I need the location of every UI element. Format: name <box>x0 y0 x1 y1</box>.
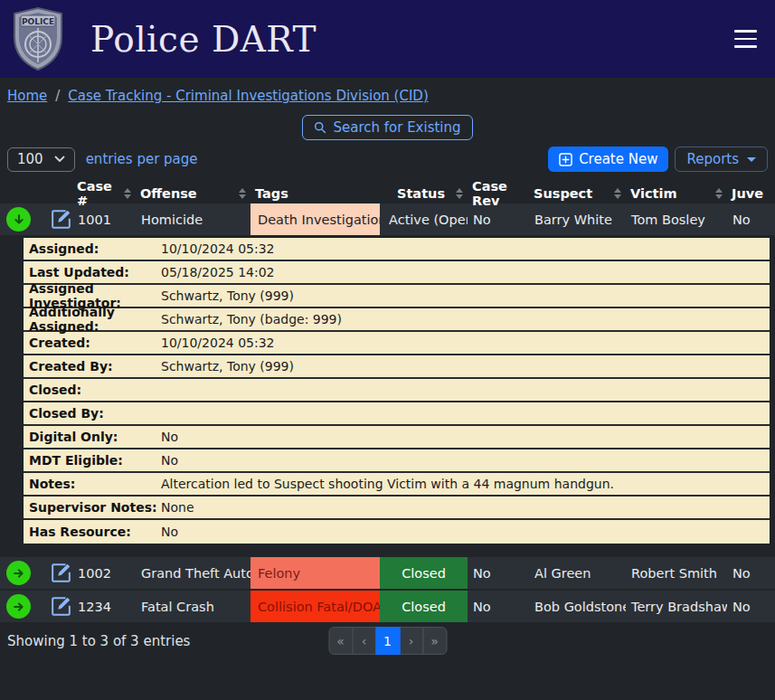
table-row: 1001 Homicide Death Investigation Active… <box>0 203 775 237</box>
menu-hamburger-icon[interactable] <box>732 24 759 53</box>
expand-row-button[interactable] <box>6 561 31 585</box>
collapse-row-button[interactable] <box>6 207 31 232</box>
page-size-value: 100 <box>17 151 43 167</box>
sort-icon <box>614 188 621 199</box>
expand-row-button[interactable] <box>6 594 31 619</box>
detail-label: Supervisor Notes: <box>24 500 161 515</box>
police-dart-app: POLICE Police DART Home / Case Tracking … <box>0 0 775 700</box>
case-detail-panel: Assigned: 10/10/2024 05:32 Last Updated:… <box>23 237 770 544</box>
suspect-cell: Al Green <box>529 557 626 589</box>
column-header-offense[interactable]: Offense <box>136 186 250 201</box>
pagination-prev-button[interactable]: ‹ <box>352 627 376 655</box>
detail-row: Created By: Schwartz, Tony (999) <box>24 355 770 379</box>
edit-case-button[interactable] <box>45 596 71 617</box>
detail-label: Last Updated: <box>24 265 161 279</box>
police-badge-logo: POLICE <box>9 6 67 71</box>
sort-icon <box>715 188 723 199</box>
detail-label: Notes: <box>24 477 161 491</box>
detail-label: Additionally Assigned: <box>24 305 161 334</box>
detail-label: Has Resource: <box>24 525 161 539</box>
arrow-down-icon <box>12 213 26 227</box>
edit-pencil-icon <box>51 596 71 617</box>
table-row: 1234 Fatal Crash Collision Fatal/DOA Clo… <box>0 591 775 624</box>
offense-cell: Fatal Crash <box>136 591 250 622</box>
expand-cell <box>0 203 40 235</box>
tag-cell: Felony <box>250 557 380 589</box>
detail-label: MDT Eligible: <box>24 453 161 468</box>
edit-cell <box>40 591 72 622</box>
reports-dropdown-button[interactable]: Reports <box>675 147 768 172</box>
detail-row: Assigned: 10/10/2024 05:32 <box>24 238 770 261</box>
expand-cell <box>0 591 40 622</box>
detail-row: Has Resource: No <box>24 520 770 544</box>
detail-value: Schwartz, Tony (999) <box>161 289 294 303</box>
case-number-cell: 1002 <box>72 557 136 589</box>
detail-value: Altercation led to Suspect shooting Vict… <box>161 477 614 491</box>
detail-row: Digital Only: No <box>24 426 770 449</box>
pagination-page-1-button[interactable]: 1 <box>375 627 400 655</box>
breadcrumb-home-link[interactable]: Home <box>7 88 47 104</box>
column-header-tags: Tags <box>250 186 380 201</box>
column-header-victim[interactable]: Victim <box>626 186 727 201</box>
breadcrumb: Home / Case Tracking - Criminal Investig… <box>0 78 775 112</box>
case-rev-cell: No <box>468 591 529 622</box>
search-existing-label: Search for Existing <box>333 119 460 136</box>
victim-cell: Tom Bosley <box>626 203 727 235</box>
case-rev-cell: No <box>468 203 529 235</box>
logo-text: POLICE <box>22 17 54 26</box>
detail-value: No <box>161 453 178 468</box>
reports-label: Reports <box>686 151 739 167</box>
suspect-cell: Barry White <box>529 203 626 235</box>
tag-cell: Collision Fatal/DOA <box>250 591 380 622</box>
detail-label: Assigned: <box>24 241 161 256</box>
detail-label: Digital Only: <box>24 430 161 444</box>
page-size-select[interactable]: 100 <box>7 147 75 172</box>
search-existing-button[interactable]: Search for Existing <box>302 115 472 140</box>
edit-pencil-icon <box>51 209 71 230</box>
page-title: Police DART <box>90 19 317 60</box>
detail-label: Created: <box>24 336 161 350</box>
arrow-right-icon <box>12 566 26 581</box>
table-row: 1002 Grand Theft Auto Felony Closed No A… <box>0 557 775 591</box>
pagination-last-button[interactable]: » <box>422 627 447 655</box>
column-header-juve: Juve <box>727 186 775 201</box>
edit-case-button[interactable] <box>45 209 71 230</box>
column-header-label: Victim <box>630 186 677 201</box>
column-header-label: Juve <box>732 186 763 201</box>
masthead: POLICE Police DART <box>0 0 775 78</box>
breadcrumb-current-link[interactable]: Case Tracking - Criminal Investigations … <box>68 88 428 104</box>
detail-row: Notes: Altercation led to Suspect shooti… <box>24 473 770 497</box>
edit-cell <box>40 557 72 589</box>
search-icon <box>314 121 326 134</box>
case-rev-cell: No <box>468 557 529 589</box>
case-number-cell: 1001 <box>72 203 136 235</box>
create-new-button[interactable]: Create New <box>548 147 668 172</box>
detail-value: 05/18/2025 14:02 <box>161 265 275 279</box>
detail-value: 10/10/2024 05:32 <box>161 336 275 350</box>
edit-cell <box>40 203 72 235</box>
column-header-status[interactable]: Status <box>380 186 468 201</box>
create-new-label: Create New <box>579 151 657 167</box>
pagination-first-button[interactable]: « <box>328 627 353 655</box>
detail-row: Closed: <box>24 379 770 402</box>
detail-row: Closed By: <box>24 402 770 426</box>
victim-cell: Terry Bradshaw <box>626 591 727 622</box>
juve-cell: No <box>727 591 775 622</box>
pagination-next-button[interactable]: › <box>399 627 423 655</box>
detail-value: No <box>161 525 178 539</box>
entries-per-page-label: entries per page <box>86 151 198 167</box>
detail-label: Created By: <box>24 359 161 374</box>
edit-case-button[interactable] <box>45 563 71 583</box>
juve-cell: No <box>727 203 775 235</box>
page-size-controls: 100 entries per page <box>7 147 198 172</box>
detail-value: Schwartz, Tony (badge: 999) <box>161 312 342 326</box>
juve-cell: No <box>727 557 775 589</box>
suspect-cell: Bob Goldstone <box>529 591 626 622</box>
detail-label: Closed: <box>24 383 161 397</box>
sort-icon <box>456 188 463 199</box>
case-number-cell: 1234 <box>72 591 136 622</box>
column-header-label: Offense <box>140 186 197 201</box>
status-cell: Active (Open) <box>380 203 468 235</box>
column-header-suspect[interactable]: Suspect <box>529 186 626 201</box>
table-header-row: Case # Offense Tags Status Case Rev Susp… <box>0 179 775 203</box>
